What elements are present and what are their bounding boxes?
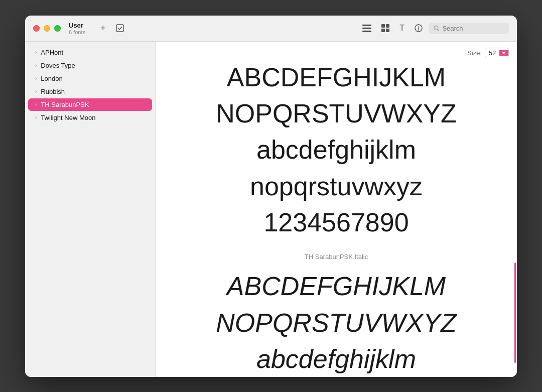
svg-rect-6 xyxy=(381,29,385,32)
chevron-icon: › xyxy=(35,115,37,120)
svg-rect-3 xyxy=(362,31,371,32)
sidebar-item-label: TH SarabunPSK xyxy=(41,101,89,108)
chevron-icon: › xyxy=(35,63,37,68)
size-value-box: 52 xyxy=(485,48,509,58)
sidebar: ›APHont›Doves Type›London›Rubbish›TH Sar… xyxy=(25,42,156,377)
svg-rect-5 xyxy=(386,24,389,28)
sidebar-item-0[interactable]: ›APHont xyxy=(28,46,152,59)
preview-area[interactable]: Size: 52 ABCDEFGHIJKLM NOPQRSTUVWXYZ ab xyxy=(156,42,517,377)
font-preview-content: ABCDEFGHIJKLM NOPQRSTUVWXYZ abcdefghijkl… xyxy=(156,42,517,377)
minimize-button[interactable] xyxy=(44,25,50,32)
preview-line-italic-1: ABCDEFGHIJKLM xyxy=(186,271,487,302)
preview-line-1: ABCDEFGHIJKLM xyxy=(186,62,487,93)
chevron-down-icon xyxy=(502,52,506,54)
sidebar-item-label: Twilight New Moon xyxy=(41,114,95,121)
svg-rect-4 xyxy=(381,24,385,28)
preview-line-3: abcdefghijklm xyxy=(186,134,487,165)
main-window: User 6 fonts + xyxy=(25,16,517,377)
chevron-icon: › xyxy=(35,50,37,55)
add-button[interactable]: + xyxy=(97,21,109,36)
sidebar-item-label: APHont xyxy=(41,49,63,56)
titlebar-actions: + xyxy=(97,21,127,36)
list-view-icon xyxy=(362,25,371,32)
sidebar-item-label: London xyxy=(41,75,62,82)
check-button[interactable] xyxy=(113,22,127,34)
svg-point-10 xyxy=(418,26,419,27)
regular-section: ABCDEFGHIJKLM NOPQRSTUVWXYZ abcdefghijkl… xyxy=(186,62,487,243)
sidebar-item-3[interactable]: ›Rubbish xyxy=(28,85,152,98)
search-box xyxy=(429,23,509,34)
svg-rect-2 xyxy=(362,28,371,29)
svg-rect-7 xyxy=(386,29,389,32)
close-button[interactable] xyxy=(33,25,40,32)
italic-section-label: TH SarabunPSK Italic xyxy=(305,253,368,260)
svg-rect-0 xyxy=(116,25,123,32)
maximize-button[interactable] xyxy=(54,25,61,32)
info-icon xyxy=(415,24,423,32)
titlebar-user-info: User 6 fonts xyxy=(69,22,85,35)
titlebar-title: User xyxy=(69,22,85,29)
titlebar-subtitle: 6 fonts xyxy=(69,29,85,35)
grid-view-icon xyxy=(381,24,389,32)
check-icon xyxy=(116,24,124,32)
titlebar: User 6 fonts + xyxy=(25,16,517,42)
preview-line-italic-2: NOPQRSTUVWXYZ xyxy=(186,307,487,338)
main-content: ›APHont›Doves Type›London›Rubbish›TH Sar… xyxy=(25,42,517,377)
grid-view-button[interactable] xyxy=(377,22,393,35)
size-label: Size: xyxy=(467,49,482,57)
chevron-icon: › xyxy=(35,102,37,107)
svg-rect-1 xyxy=(362,25,371,26)
info-button[interactable] xyxy=(411,22,427,35)
search-input[interactable] xyxy=(442,25,504,32)
size-control: Size: 52 xyxy=(467,48,509,58)
chevron-icon: › xyxy=(35,76,37,81)
sidebar-item-1[interactable]: ›Doves Type xyxy=(28,59,152,72)
size-value[interactable]: 52 xyxy=(485,48,499,58)
preview-line-italic-3: abcdefghijklm xyxy=(186,343,487,374)
size-dropdown-button[interactable] xyxy=(499,50,508,56)
sidebar-item-2[interactable]: ›London xyxy=(28,72,152,85)
preview-line-2: NOPQRSTUVWXYZ xyxy=(186,98,487,129)
list-view-button[interactable] xyxy=(358,22,375,34)
sidebar-item-label: Doves Type xyxy=(41,62,75,69)
type-button[interactable]: T xyxy=(395,21,409,35)
traffic-lights xyxy=(33,25,61,32)
preview-line-4: nopqrstuvwxyz xyxy=(186,171,487,202)
sidebar-item-4[interactable]: ›TH SarabunPSK xyxy=(28,98,152,111)
sidebar-item-5[interactable]: ›Twilight New Moon xyxy=(28,111,152,124)
preview-line-5: 1234567890 xyxy=(186,207,487,238)
chevron-icon: › xyxy=(35,89,37,94)
sidebar-item-label: Rubbish xyxy=(41,88,65,95)
italic-section: ABCDEFGHIJKLM NOPQRSTUVWXYZ abcdefghijkl… xyxy=(186,271,487,376)
type-icon: T xyxy=(399,24,404,33)
svg-line-12 xyxy=(438,29,439,31)
toolbar-right: T xyxy=(358,21,509,35)
scrollbar-thumb[interactable] xyxy=(514,263,516,363)
search-icon xyxy=(434,25,439,32)
